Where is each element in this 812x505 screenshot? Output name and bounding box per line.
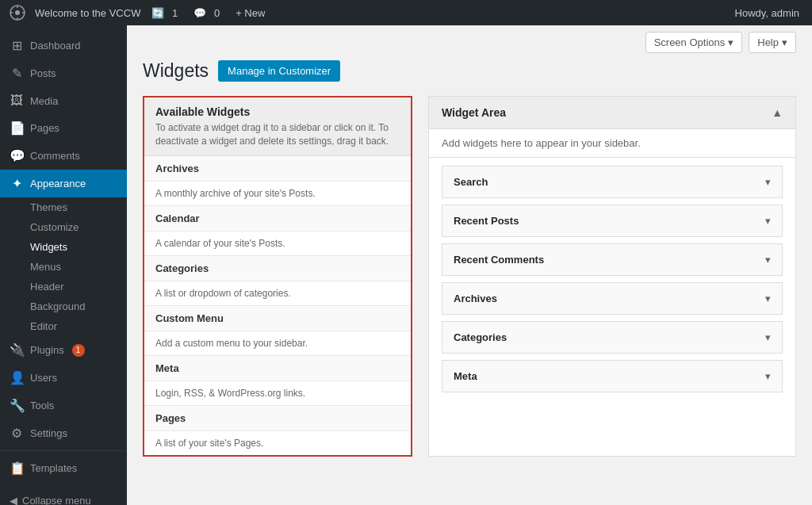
widget-area-item-name: Recent Comments — [454, 254, 544, 266]
sidebar-item-users[interactable]: 👤 Users — [0, 364, 127, 392]
widget-area-header: Widget Area ▲ — [429, 97, 795, 129]
widget-area-item-name: Meta — [454, 370, 477, 382]
dashboard-icon: ⊞ — [10, 38, 24, 53]
widget-area-item[interactable]: Categories ▾ — [442, 321, 783, 354]
widget-area-panel: Widget Area ▲ Add widgets here to appear… — [428, 96, 796, 457]
sidebar-item-tools[interactable]: 🔧 Tools — [0, 392, 127, 419]
sidebar-item-pages[interactable]: 📄 Pages — [0, 114, 127, 142]
widget-area-item[interactable]: Search ▾ — [442, 166, 783, 198]
available-widgets-panel: Available Widgets To activate a widget d… — [143, 96, 412, 457]
screen-options-button[interactable]: Screen Options ▾ — [645, 32, 743, 53]
widget-item[interactable]: Meta Login, RSS, & WordPress.org links. — [144, 356, 411, 406]
media-icon: 🖼 — [10, 94, 24, 108]
widget-item-desc: A list or dropdown of categories. — [144, 281, 411, 305]
sidebar-subitem-customize[interactable]: Customize — [0, 217, 127, 237]
collapse-icon: ◀ — [10, 495, 17, 505]
help-label: Help — [757, 36, 779, 48]
updates-link[interactable]: 🔄 1 — [147, 7, 187, 19]
sidebar-subitem-header[interactable]: Header — [0, 277, 127, 296]
widget-item[interactable]: Calendar A calendar of your site's Posts… — [144, 206, 411, 256]
page-wrap: Widgets Manage in Customizer Available W… — [127, 59, 812, 472]
appearance-label: Appearance — [30, 178, 86, 189]
widget-area-item-name: Recent Posts — [454, 215, 519, 227]
sidebar-item-settings[interactable]: ⚙ Settings — [0, 419, 127, 447]
menu-separator — [0, 450, 127, 451]
widget-item-desc: Login, RSS, & WordPress.org links. — [144, 381, 411, 405]
new-link[interactable]: + New — [231, 7, 270, 19]
widget-area-item-arrow-icon: ▾ — [765, 331, 771, 343]
sidebar-subitem-menus[interactable]: Menus — [0, 257, 127, 277]
sidebar-subitem-editor[interactable]: Editor — [0, 316, 127, 336]
widget-area-item[interactable]: Archives ▾ — [442, 282, 783, 315]
comments-label: Comments — [30, 150, 80, 162]
widget-area-item-name: Archives — [454, 293, 497, 304]
help-button[interactable]: Help ▾ — [749, 32, 796, 53]
widgets-layout: Available Widgets To activate a widget d… — [143, 96, 796, 457]
collapse-menu-button[interactable]: ◀ Collapse menu — [0, 488, 127, 505]
widget-item-desc: A monthly archive of your site's Posts. — [144, 182, 411, 205]
widget-item-desc: A calendar of your site's Posts. — [144, 231, 411, 255]
plugins-label: Plugins — [30, 344, 64, 356]
templates-label: Templates — [30, 462, 77, 474]
main-content: Screen Options ▾ Help ▾ Widgets Manage i… — [127, 25, 812, 505]
widget-area-description: Add widgets here to appear in your sideb… — [429, 129, 795, 158]
wp-logo-icon[interactable] — [6, 0, 29, 25]
available-widgets-header: Available Widgets To activate a widget d… — [144, 98, 411, 157]
templates-icon: 📋 — [10, 461, 24, 476]
available-widgets-description: To activate a widget drag it to a sideba… — [155, 121, 400, 148]
widget-list: Archives A monthly archive of your site'… — [144, 156, 411, 455]
sidebar-subitem-widgets[interactable]: Widgets — [0, 237, 127, 257]
widget-item-name: Pages — [144, 406, 411, 431]
collapse-label: Collapse menu — [22, 495, 91, 505]
widget-item[interactable]: Pages A list of your site's Pages. — [144, 406, 411, 455]
howdy-label: Howdy, admin — [735, 7, 806, 19]
sidebar-item-plugins[interactable]: 🔌 Plugins 1 — [0, 336, 127, 364]
sidebar-item-media[interactable]: 🖼 Media — [0, 87, 127, 114]
screen-options-label: Screen Options — [654, 36, 726, 48]
posts-icon: ✎ — [10, 66, 24, 81]
help-arrow-icon: ▾ — [782, 36, 787, 48]
sidebar-item-templates[interactable]: 📋 Templates — [0, 454, 127, 482]
widget-area-item[interactable]: Recent Posts ▾ — [442, 205, 783, 237]
manage-in-customizer-button[interactable]: Manage in Customizer — [218, 60, 340, 82]
widget-item[interactable]: Archives A monthly archive of your site'… — [144, 156, 411, 206]
sidebar-item-posts[interactable]: ✎ Posts — [0, 59, 127, 87]
site-name[interactable]: Welcome to the VCCW — [29, 7, 147, 19]
widget-area-item[interactable]: Recent Comments ▾ — [442, 243, 783, 276]
widget-area-collapse-icon[interactable]: ▲ — [772, 106, 783, 119]
svg-point-1 — [15, 10, 20, 15]
screen-options-bar: Screen Options ▾ Help ▾ — [127, 25, 812, 59]
sidebar-subitem-themes[interactable]: Themes — [0, 197, 127, 217]
sidebar-item-appearance[interactable]: ✦ Appearance — [0, 170, 127, 197]
appearance-icon: ✦ — [10, 176, 24, 191]
pages-icon: 📄 — [10, 121, 24, 136]
tools-icon: 🔧 — [10, 398, 24, 413]
widget-item-desc: Add a custom menu to your sidebar. — [144, 331, 411, 355]
admin-bar-links: 🔄 1 💬 0 + New — [147, 7, 270, 19]
pages-label: Pages — [30, 122, 59, 134]
users-icon: 👤 — [10, 370, 24, 385]
sidebar-subitem-background[interactable]: Background — [0, 296, 127, 316]
users-label: Users — [30, 372, 57, 384]
widget-area-item-arrow-icon: ▾ — [765, 370, 771, 382]
screen-options-arrow-icon: ▾ — [728, 36, 733, 48]
widget-area-title: Widget Area — [442, 106, 506, 119]
dashboard-label: Dashboard — [30, 40, 81, 52]
sidebar-item-dashboard[interactable]: ⊞ Dashboard — [0, 32, 127, 59]
widget-item-name: Calendar — [144, 206, 411, 231]
settings-label: Settings — [30, 427, 67, 439]
sidebar-item-comments[interactable]: 💬 Comments — [0, 142, 127, 170]
settings-icon: ⚙ — [10, 426, 24, 441]
widget-area-item[interactable]: Meta ▾ — [442, 360, 783, 392]
comments-link[interactable]: 💬 0 — [189, 7, 229, 19]
available-widgets-title: Available Widgets — [155, 105, 400, 118]
widget-item[interactable]: Custom Menu Add a custom menu to your si… — [144, 306, 411, 356]
comments-icon: 💬 — [10, 148, 24, 163]
admin-sidebar: ⊞ Dashboard ✎ Posts 🖼 Media 📄 Pages 💬 Co… — [0, 25, 127, 505]
widget-item[interactable]: Categories A list or dropdown of categor… — [144, 256, 411, 306]
widget-item-name: Meta — [144, 356, 411, 381]
tools-label: Tools — [30, 400, 54, 411]
widget-area-item-name: Categories — [454, 331, 507, 343]
widget-area-items: Search ▾ Recent Posts ▾ Recent Comments … — [429, 158, 795, 407]
plugins-icon: 🔌 — [10, 342, 24, 358]
